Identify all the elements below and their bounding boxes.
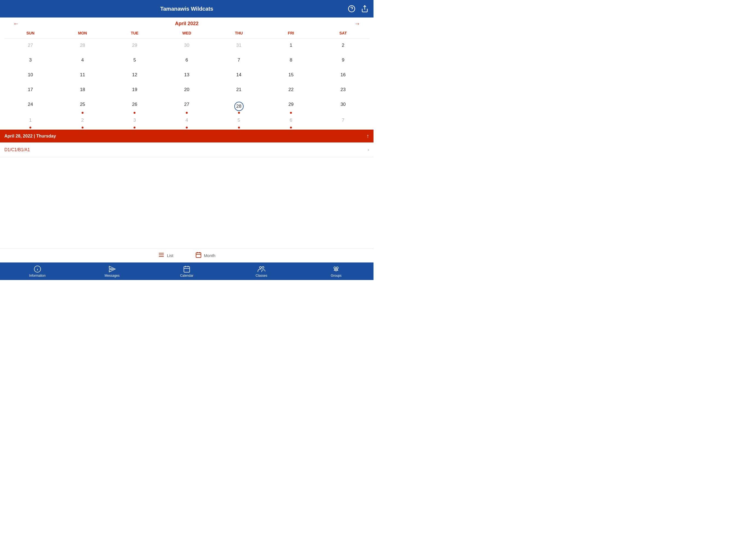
help-button[interactable] xyxy=(347,4,356,13)
tab-information-label: Information xyxy=(29,274,46,278)
svg-point-30 xyxy=(334,266,336,269)
calendar-day[interactable]: 15 xyxy=(265,70,317,84)
calendar-day[interactable]: 27 xyxy=(4,40,57,55)
tab-classes[interactable]: Classes xyxy=(224,265,299,278)
calendar-day[interactable]: 7 xyxy=(213,55,265,70)
calendar-day[interactable]: 2 xyxy=(317,40,369,55)
calendar-nav: ← April 2022 → xyxy=(0,18,374,30)
chevron-right-icon: › xyxy=(367,147,369,153)
app-title: Tamanawis Wildcats xyxy=(160,6,213,12)
svg-point-29 xyxy=(262,266,264,268)
calendar-day[interactable]: 14 xyxy=(213,70,265,84)
share-button[interactable] xyxy=(360,4,369,13)
calendar-day[interactable]: 2 xyxy=(57,115,109,130)
calendar-day[interactable]: 23 xyxy=(317,84,369,99)
svg-point-32 xyxy=(335,269,337,271)
calendar-day[interactable]: 24 xyxy=(4,99,57,115)
tab-calendar-label: Calendar xyxy=(180,274,194,278)
calendar-day[interactable]: 17 xyxy=(4,84,57,99)
calendar-day[interactable]: 29 xyxy=(108,40,161,55)
day-header-tue: TUE xyxy=(108,30,161,36)
calendar-day[interactable]: 5 xyxy=(108,55,161,70)
day-header-thu: THU xyxy=(213,30,265,36)
schedule-list: D1/C1/B1/A1 › xyxy=(0,143,374,249)
calendar-day[interactable]: 6 xyxy=(265,115,317,130)
calendar-day[interactable]: 29 xyxy=(265,99,317,115)
list-view-button[interactable]: List xyxy=(158,252,173,259)
tab-groups[interactable]: Groups xyxy=(299,265,374,278)
month-view-button[interactable]: Month xyxy=(195,252,215,259)
calendar-day[interactable]: 5 xyxy=(213,115,265,130)
calendar-day[interactable]: 10 xyxy=(4,70,57,84)
calendar-day[interactable]: 4 xyxy=(57,55,109,70)
calendar-day[interactable]: 3 xyxy=(108,115,161,130)
calendar-day[interactable]: 6 xyxy=(161,55,213,70)
calendar-day[interactable]: 31 xyxy=(213,40,265,55)
svg-marker-18 xyxy=(109,266,115,272)
calendar-day[interactable]: 8 xyxy=(265,55,317,70)
calendar-day[interactable]: 12 xyxy=(108,70,161,84)
day-header-sun: SUN xyxy=(4,30,57,36)
calendar-day[interactable]: 21 xyxy=(213,84,265,99)
calendar-day[interactable]: 26 xyxy=(108,99,161,115)
calendar-day[interactable]: 28 xyxy=(213,99,265,115)
day-header-fri: FRI xyxy=(265,30,317,36)
tab-messages[interactable]: Messages xyxy=(75,265,149,278)
list-icon xyxy=(158,252,164,259)
calendar-day[interactable]: 11 xyxy=(57,70,109,84)
calendar-month-title: April 2022 xyxy=(175,21,199,27)
tab-groups-label: Groups xyxy=(331,274,341,278)
tab-calendar[interactable]: Calendar xyxy=(149,265,224,278)
svg-point-28 xyxy=(259,266,261,268)
tab-classes-label: Classes xyxy=(256,274,267,278)
calendar-day[interactable]: 1 xyxy=(265,40,317,55)
selected-date-label: April 28, 2022 | Thursday xyxy=(4,134,56,138)
month-icon xyxy=(195,252,202,259)
list-label: List xyxy=(167,253,173,258)
calendar-day[interactable]: 27 xyxy=(161,99,213,115)
calendar-day[interactable]: 30 xyxy=(317,99,369,115)
calendar-day[interactable]: 4 xyxy=(161,115,213,130)
header-icons xyxy=(347,4,369,13)
day-header-wed: WED xyxy=(161,30,213,36)
calendar-day[interactable]: 20 xyxy=(161,84,213,99)
calendar-day[interactable]: 7 xyxy=(317,115,369,130)
schedule-item-label: D1/C1/B1/A1 xyxy=(4,147,30,152)
calendar-day[interactable]: 18 xyxy=(57,84,109,99)
calendar-body: 2728293031123456789101112131415161718192… xyxy=(4,40,369,130)
view-toggle: List Month xyxy=(0,249,374,262)
calendar-grid: SUN MON TUE WED THU FRI SAT 272829303112… xyxy=(0,30,374,130)
calendar-day[interactable]: 30 xyxy=(161,40,213,55)
calendar-day[interactable]: 16 xyxy=(317,70,369,84)
tab-messages-label: Messages xyxy=(104,274,120,278)
prev-month-button[interactable]: ← xyxy=(11,20,21,28)
calendar-day[interactable]: 1 xyxy=(4,115,57,130)
selected-date-bar: April 28, 2022 | Thursday ↑ xyxy=(0,130,374,143)
calendar-day[interactable]: 9 xyxy=(317,55,369,70)
month-label: Month xyxy=(204,253,215,258)
tab-information[interactable]: Information xyxy=(0,265,75,278)
day-header-sat: SAT xyxy=(317,30,369,36)
next-month-button[interactable]: → xyxy=(352,20,363,28)
day-header-mon: MON xyxy=(57,30,109,36)
calendar-day[interactable]: 13 xyxy=(161,70,213,84)
calendar-day[interactable]: 3 xyxy=(4,55,57,70)
schedule-item[interactable]: D1/C1/B1/A1 › xyxy=(0,143,374,157)
calendar-header-row: SUN MON TUE WED THU FRI SAT xyxy=(4,30,369,39)
calendar-day[interactable]: 25 xyxy=(57,99,109,115)
tab-bar: Information Messages Calendar Cla xyxy=(0,262,374,280)
app-header: Tamanawis Wildcats xyxy=(0,0,374,18)
calendar-day[interactable]: 19 xyxy=(108,84,161,99)
svg-point-31 xyxy=(337,266,338,269)
calendar-day[interactable]: 22 xyxy=(265,84,317,99)
collapse-button[interactable]: ↑ xyxy=(366,133,369,139)
calendar-day[interactable]: 28 xyxy=(57,40,109,55)
